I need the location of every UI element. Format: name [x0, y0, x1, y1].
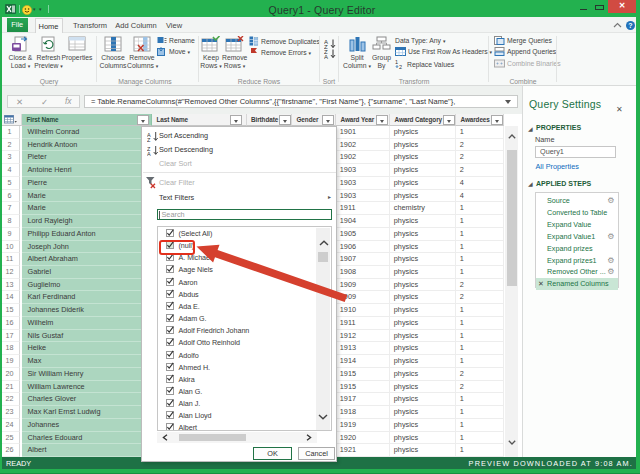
svg-text:Z: Z: [147, 137, 151, 142]
svg-text:2: 2: [399, 64, 402, 69]
svg-text:A: A: [324, 54, 328, 59]
svg-text:1: 1: [395, 59, 398, 65]
svg-text:A: A: [147, 151, 151, 156]
